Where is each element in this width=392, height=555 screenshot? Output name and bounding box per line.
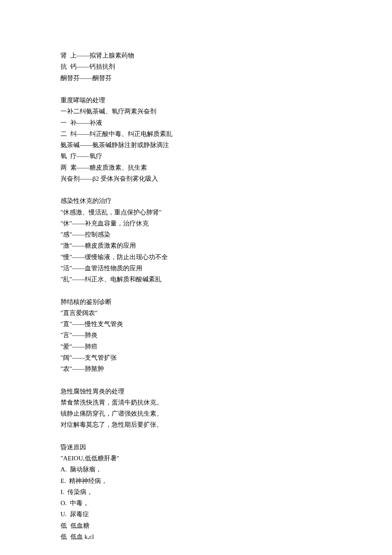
text-line: "感"——控制感染 bbox=[61, 229, 331, 240]
text-line: "爱"——肺癌 bbox=[61, 341, 331, 352]
text-line: 酮替芬——酮替芬 bbox=[61, 72, 331, 84]
text-line: "农"——肺脓肿 bbox=[61, 363, 331, 374]
text-line: 昏迷原因 bbox=[61, 442, 331, 453]
text-line: "乱"——纠正水、电解质和酸碱紊乱 bbox=[61, 274, 331, 285]
text-line: "休"——补充血容量，治疗休克 bbox=[61, 218, 331, 229]
document-page: 肾 上——拟肾上腺素药物抗 钙——钙拮抗剂酮替芬——酮替芬重度哮喘的处理一补二纠… bbox=[0, 0, 392, 555]
text-line: 禁食禁洗快洗胃，蛋清牛奶抗休克。 bbox=[61, 397, 331, 408]
text-line: 肾 上——拟肾上腺素药物 bbox=[61, 50, 331, 61]
text-line: 感染性休克的治疗 bbox=[61, 195, 331, 206]
text-line: "言"——肺炎 bbox=[61, 330, 331, 341]
blank-line bbox=[61, 374, 331, 385]
blank-line bbox=[61, 431, 331, 442]
text-line: I. 传染病， bbox=[61, 486, 331, 497]
text-line: 对症解毒莫忘了，急性期后要扩张。 bbox=[61, 419, 331, 430]
text-line: 低 低血糖 bbox=[61, 520, 331, 531]
text-line: 氨茶碱——氨茶碱静脉注射或静脉滴注 bbox=[61, 139, 331, 150]
text-block: 急性腐蚀性胃炎的处理禁食禁洗快洗胃，蛋清牛奶抗休克。镇静止痛防穿孔，广谱强效抗生… bbox=[61, 386, 331, 431]
blank-line bbox=[61, 184, 331, 195]
text-block: 肾 上——拟肾上腺素药物抗 钙——钙拮抗剂酮替芬——酮替芬 bbox=[61, 50, 331, 84]
text-line: "活"——血管活性物质的应用 bbox=[61, 263, 331, 274]
text-line: 二 纠——纠正酸中毒、纠正电解质紊乱 bbox=[61, 128, 331, 139]
text-line: U. 尿毒症 bbox=[61, 509, 331, 520]
text-line: 重度哮喘的处理 bbox=[61, 95, 331, 106]
text-line: O. 中毒， bbox=[61, 497, 331, 509]
text-line: 急性腐蚀性胃炎的处理 bbox=[61, 386, 331, 397]
text-line: "慢"——缓慢输液，防止出现心功不全 bbox=[61, 251, 331, 263]
text-line: 一补二纠氨茶碱、氧疗两素兴奋剂 bbox=[61, 106, 331, 117]
text-line: 氧 疗——氧疗 bbox=[61, 150, 331, 162]
text-line: 镇静止痛防穿孔，广谱强效抗生素。 bbox=[61, 408, 331, 419]
text-line: A. 脑动脉瘤， bbox=[61, 464, 331, 475]
text-line: "阔"——支气管扩张 bbox=[61, 352, 331, 363]
text-line: 低 低血 k,cl bbox=[61, 531, 331, 542]
blank-line bbox=[61, 285, 331, 296]
text-block: 重度哮喘的处理一补二纠氨茶碱、氧疗两素兴奋剂一 补——补液二 纠——纠正酸中毒、… bbox=[61, 95, 331, 184]
text-line: 兴奋剂——β2 受体兴奋剂雾化吸入 bbox=[61, 173, 331, 184]
text-line: 两 素——糖皮质激素、抗生素 bbox=[61, 162, 331, 173]
text-line: 一 补——补液 bbox=[61, 117, 331, 128]
text-line: 肺结核的鉴别诊断 bbox=[61, 296, 331, 307]
blank-line bbox=[61, 84, 331, 95]
text-line: "激"——糖皮质激素的应用 bbox=[61, 240, 331, 251]
text-line: E. 精神神经病， bbox=[61, 475, 331, 486]
text-line: 抗 钙——钙拮抗剂 bbox=[61, 61, 331, 72]
text-block: 感染性休克的治疗"休感激、慢活乱，重点保护心肺肾""休"——补充血容量，治疗休克… bbox=[61, 195, 331, 285]
text-line: "直"——慢性支气管炎 bbox=[61, 318, 331, 330]
text-line: "休感激、慢活乱，重点保护心肺肾" bbox=[61, 207, 331, 218]
text-block: 肺结核的鉴别诊断"直言爱阔农""直"——慢性支气管炎"言"——肺炎"爱"——肺癌… bbox=[61, 296, 331, 375]
text-line: "AEIOU,低低糖肝暑" bbox=[61, 453, 331, 464]
text-line: "直言爱阔农" bbox=[61, 307, 331, 318]
text-block: 昏迷原因"AEIOU,低低糖肝暑"A. 脑动脉瘤，E. 精神神经病，I. 传染病… bbox=[61, 442, 331, 542]
